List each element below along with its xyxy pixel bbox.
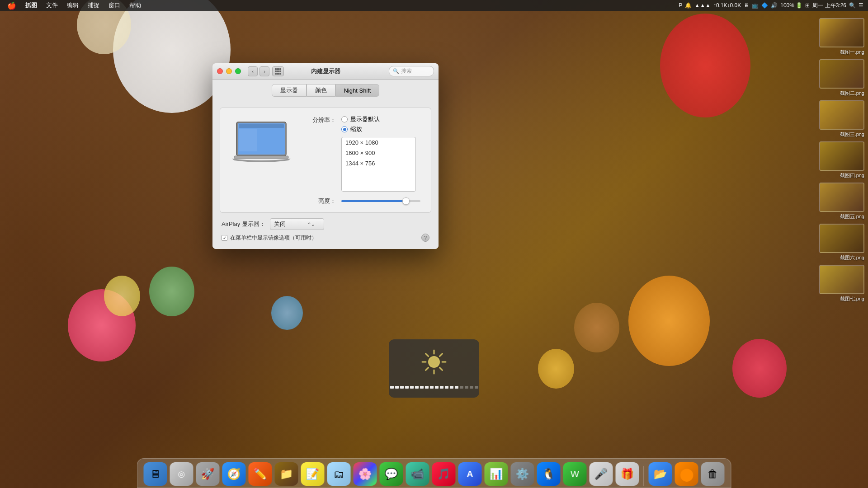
svg-rect-0 [275, 68, 277, 70]
voice-icon: 🎤 [594, 468, 608, 480]
airplay-select[interactable]: 关闭 ⌃⌄ [270, 218, 324, 230]
dock: 🖥 ◎ 🚀 🧭 ✏️ 📁 📝 🗂 🌸 💬 📹 [137, 458, 731, 488]
dock-item-notes[interactable]: 📝 [301, 462, 325, 486]
dock-item-voice[interactable]: 🎤 [590, 462, 613, 486]
dock-item-photos[interactable]: 🌸 [354, 462, 377, 486]
dock-item-music[interactable]: 🎵 [432, 462, 456, 486]
dock-item-facetime[interactable]: 📹 [406, 462, 429, 486]
status-grid: ⊞ [805, 2, 810, 9]
screenshot-item-6[interactable]: 截图六.png [817, 224, 864, 261]
files-icon: 🗂 [334, 468, 344, 480]
screenshot-item-4[interactable]: 截图四.png [817, 141, 864, 179]
dock-item-orange[interactable]: ⬤ [675, 462, 698, 486]
svg-rect-4 [277, 70, 279, 72]
screenshot-item-2[interactable]: 截图二.png [817, 59, 864, 97]
nav-back-button[interactable]: ‹ [248, 66, 258, 76]
radio-default[interactable]: 显示器默认 [341, 115, 416, 123]
resolution-1600[interactable]: 1600 × 900 [342, 148, 415, 158]
checkbox-row[interactable]: ✓ 在菜单栏中显示镜像选项（可用时） [222, 234, 317, 242]
airplay-chevron-icon: ⌃⌄ [307, 222, 315, 227]
resolution-1344[interactable]: 1344 × 756 [342, 158, 415, 169]
osd-bar-9 [435, 386, 439, 389]
resolution-1920[interactable]: 868 × 488 [342, 137, 415, 148]
screenshot-thumb-1 [819, 18, 864, 47]
resolution-list: 868 × 488 1600 × 900 1344 × 756 [341, 137, 416, 192]
tab-color[interactable]: 颜色 [307, 84, 335, 97]
status-menu[interactable]: ☰ [859, 2, 863, 9]
minimize-button[interactable] [226, 68, 232, 74]
tab-display[interactable]: 显示器 [272, 84, 307, 97]
messages-icon: 💬 [385, 468, 398, 480]
dock-item-pencil[interactable]: ✏️ [249, 462, 272, 486]
screenshot-label-4: 截图四.png [840, 172, 864, 179]
menu-capture[interactable]: 捕捉 [84, 1, 103, 9]
svg-rect-13 [239, 129, 257, 151]
dock-item-downloads[interactable]: 📂 [649, 462, 672, 486]
dock-item-siri[interactable]: ◎ [170, 462, 193, 486]
svg-point-15 [429, 357, 439, 367]
airplay-label: AirPlay 显示器： [222, 220, 265, 228]
pencil-icon: ✏️ [254, 468, 267, 480]
tab-nightshift[interactable]: Night Shift [335, 84, 380, 97]
dock-item-wechat[interactable]: W [563, 462, 587, 486]
dock-item-prefs[interactable]: ⚙️ [511, 462, 534, 486]
search-placeholder: 搜索 [401, 67, 412, 75]
window-nav-arrows: ‹ › [248, 66, 269, 76]
safari-icon: 🧭 [227, 468, 241, 480]
dock-item-messages[interactable]: 💬 [380, 462, 403, 486]
menu-file[interactable]: 文件 [42, 1, 61, 9]
tabs-bar: 显示器 颜色 Night Shift [212, 80, 439, 100]
osd-bar-5 [415, 386, 419, 389]
screenshot-item-7[interactable]: 截图七.png [817, 265, 864, 302]
mirror-label: 在菜单栏中显示镜像选项（可用时） [230, 234, 317, 242]
screenshot-label-7: 截图七.png [840, 296, 864, 302]
maximize-button[interactable] [235, 68, 241, 74]
app-name[interactable]: 抓图 [22, 1, 41, 9]
menu-window[interactable]: 窗口 [105, 1, 124, 9]
screenshot-thumb-7 [819, 265, 864, 294]
dock-item-safari[interactable]: 🧭 [222, 462, 246, 486]
osd-bar-16 [470, 386, 473, 389]
osd-bar-2 [400, 386, 404, 389]
music-icon: 🎵 [437, 468, 451, 480]
dock-item-gift[interactable]: 🎁 [616, 462, 639, 486]
close-button[interactable] [217, 68, 223, 74]
appstore-icon: A [467, 469, 473, 479]
display-section: 分辨率： 显示器默认 缩放 868 × 488 [220, 108, 431, 213]
nav-forward-button[interactable]: › [259, 66, 269, 76]
svg-rect-1 [277, 68, 279, 70]
screenshot-item-5[interactable]: 截图五.png [817, 183, 864, 220]
dock-item-qq[interactable]: 🐧 [537, 462, 561, 486]
dock-item-folder[interactable]: 📁 [275, 462, 298, 486]
status-battery: 100% 🔋 [780, 2, 802, 9]
dock-item-launchpad[interactable]: 🚀 [196, 462, 220, 486]
help-button[interactable]: ? [421, 234, 429, 242]
dock-item-appstore[interactable]: A [458, 462, 482, 486]
screenshot-thumb-2 [819, 59, 864, 89]
svg-line-23 [426, 368, 429, 371]
dock-item-files[interactable]: 🗂 [327, 462, 351, 486]
screenshot-thumb-4 [819, 141, 864, 171]
notes-icon: 📝 [306, 468, 320, 480]
radio-scaled[interactable]: 缩放 [341, 125, 416, 133]
menu-edit[interactable]: 编辑 [63, 1, 82, 9]
resolution-radio-group: 显示器默认 缩放 868 × 488 1600 × 900 1344 × 7… [341, 115, 416, 192]
screenshot-item-1[interactable]: 截图一.png [817, 18, 864, 56]
apple-menu[interactable]: 🍎 [4, 1, 20, 10]
dock-item-trash[interactable]: 🗑 [701, 462, 725, 486]
dock-item-activity[interactable]: 📊 [485, 462, 508, 486]
status-signal: ▲▲▲ [694, 2, 711, 9]
svg-rect-7 [277, 73, 279, 75]
screenshot-item-3[interactable]: 截图三.png [817, 100, 864, 138]
svg-rect-5 [279, 70, 281, 72]
screenshot-thumb-3 [819, 100, 864, 130]
osd-bar-17 [475, 386, 478, 389]
window-search[interactable]: 🔍 搜索 [389, 66, 434, 76]
brightness-slider[interactable] [341, 200, 420, 202]
dock-item-finder[interactable]: 🖥 [144, 462, 167, 486]
menu-help[interactable]: 帮助 [126, 1, 145, 9]
osd-bar-14 [460, 386, 463, 389]
mirror-checkbox[interactable]: ✓ [222, 235, 227, 241]
grid-view-button[interactable] [272, 66, 284, 76]
status-search[interactable]: 🔍 [849, 2, 856, 9]
